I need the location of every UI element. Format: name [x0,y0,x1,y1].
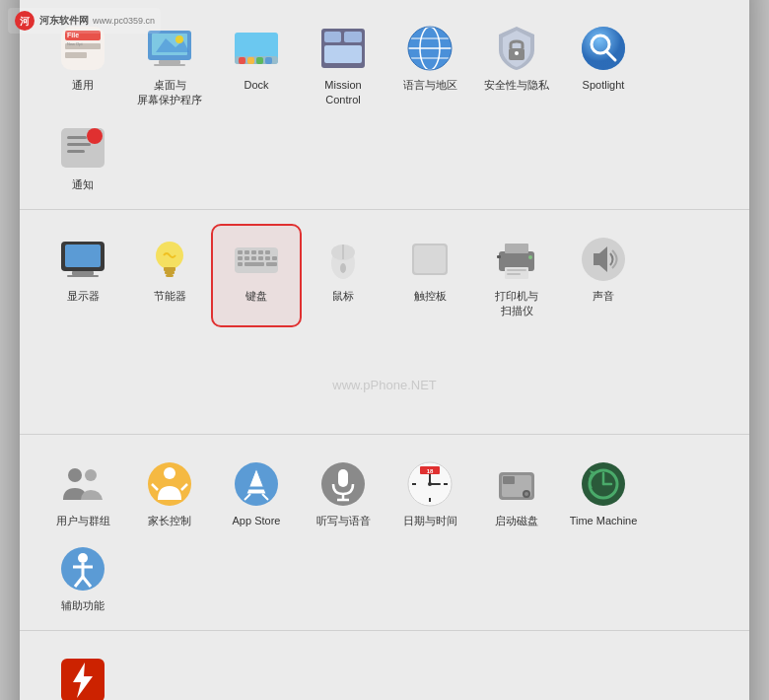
pref-item-dictation[interactable]: 听写与语音 [300,451,386,535]
svg-rect-44 [164,267,175,271]
svg-text:New Opt: New Opt [67,41,83,46]
timemachine-icon [578,458,629,510]
mission-icon [317,23,369,74]
dock-icon [231,23,282,74]
trackpad-icon [404,234,455,285]
pref-item-notification[interactable]: 通知 [39,114,126,199]
svg-rect-37 [67,143,91,146]
pref-item-users[interactable]: 用户与群组 [39,451,126,535]
svg-rect-20 [344,32,362,42]
pref-item-mouse[interactable]: 鼠标 [300,226,386,325]
svg-rect-69 [505,244,528,253]
pref-item-trackpad[interactable]: 触控板 [386,226,473,325]
datetime-icon: 18 [404,458,455,510]
notification-icon [57,122,108,174]
pref-item-flashplayer[interactable]: Flash Player [39,647,126,700]
svg-point-80 [164,467,175,479]
security-label: 安全性与隐私 [484,78,549,92]
mouse-label: 鼠标 [332,289,354,303]
svg-rect-71 [497,255,501,258]
svg-rect-46 [166,274,174,277]
svg-rect-36 [67,136,87,139]
pref-item-mission[interactable]: MissionControl [300,15,386,114]
accessibility-label: 辅助功能 [61,598,105,612]
content-area: File New Opt 通用 [20,0,749,700]
keyboard-label: 键盘 [245,289,267,303]
pref-item-desktop[interactable]: 桌面与屏幕保护程序 [126,15,213,114]
svg-point-113 [78,553,88,563]
svg-rect-67 [414,245,446,273]
svg-point-78 [85,469,97,481]
svg-rect-50 [251,250,256,254]
svg-rect-15 [247,57,254,64]
svg-rect-56 [258,256,263,260]
energy-label: 节能器 [154,289,186,303]
svg-rect-41 [72,271,94,275]
printer-label: 打印机与扫描仪 [495,289,538,317]
security-icon [491,23,542,74]
svg-point-74 [528,255,532,259]
svg-rect-59 [238,262,243,266]
main-window: ⠿ 系统偏好设置 🔍 ✕ File [20,0,749,700]
pref-item-timemachine[interactable]: Time Machine [560,451,647,535]
pref-item-general[interactable]: File New Opt 通用 [39,15,126,114]
svg-point-106 [524,492,528,496]
flashplayer-icon [57,655,108,700]
pref-item-parental[interactable]: 家长控制 [126,451,213,535]
svg-rect-17 [265,57,272,64]
pref-item-dock[interactable]: Dock [213,15,300,114]
middle-section: www.pPhone.NET [20,335,749,434]
pref-item-energy[interactable]: 节能器 [126,226,213,325]
svg-rect-51 [258,250,263,254]
appstore-label: App Store [233,514,281,527]
mouse-icon [317,234,369,285]
pref-item-display[interactable]: 显示器 [39,226,126,325]
dictation-label: 听写与语音 [316,514,371,527]
svg-rect-38 [67,150,85,153]
svg-text:18: 18 [427,468,434,474]
appstore-icon [231,458,282,510]
keyboard-icon [231,234,282,285]
svg-point-101 [428,482,432,486]
mission-label: MissionControl [324,78,361,106]
svg-rect-16 [256,57,263,64]
svg-rect-9 [154,64,185,66]
spotlight-icon [578,23,629,74]
svg-rect-58 [272,256,277,260]
general-icon: File New Opt [57,23,108,74]
pref-item-appstore[interactable]: App Store [213,451,300,535]
users-icon [57,458,108,510]
watermark: www.pPhone.NET [332,377,437,391]
pref-item-accessibility[interactable]: 辅助功能 [39,535,126,620]
svg-rect-48 [238,250,243,254]
svg-point-35 [87,128,103,144]
desktop-icon [144,23,195,74]
parental-label: 家长控制 [148,514,191,527]
display-icon [57,234,108,285]
section-row4: Flash Player [20,630,749,700]
svg-rect-45 [165,271,175,274]
section-row2: 显示器 节能器 [20,210,749,335]
svg-rect-19 [324,32,341,42]
pref-item-sound[interactable]: 声音 [560,226,647,325]
svg-rect-53 [238,256,243,260]
language-label: 语言与地区 [403,78,457,92]
sound-icon [578,234,629,285]
svg-rect-88 [338,469,348,487]
pref-item-keyboard[interactable]: 键盘 [213,226,300,325]
pref-item-security[interactable]: 安全性与隐私 [473,15,560,114]
pref-item-language[interactable]: 语言与地区 [386,15,473,114]
spotlight-label: Spotlight [583,78,625,92]
display-label: 显示器 [67,289,100,303]
general-label: 通用 [72,78,94,92]
pref-item-printer[interactable]: 打印机与扫描仪 [473,226,560,325]
svg-point-31 [582,27,625,70]
svg-rect-40 [65,245,101,267]
svg-rect-72 [507,269,526,271]
pref-item-datetime[interactable]: 18 日期与时间 [386,451,473,535]
dock-label: Dock [244,78,268,92]
pref-item-spotlight[interactable]: Spotlight [560,15,647,114]
pref-item-startup[interactable]: 启动磁盘 [473,451,560,535]
svg-rect-8 [159,60,180,64]
startup-label: 启动磁盘 [495,514,538,527]
